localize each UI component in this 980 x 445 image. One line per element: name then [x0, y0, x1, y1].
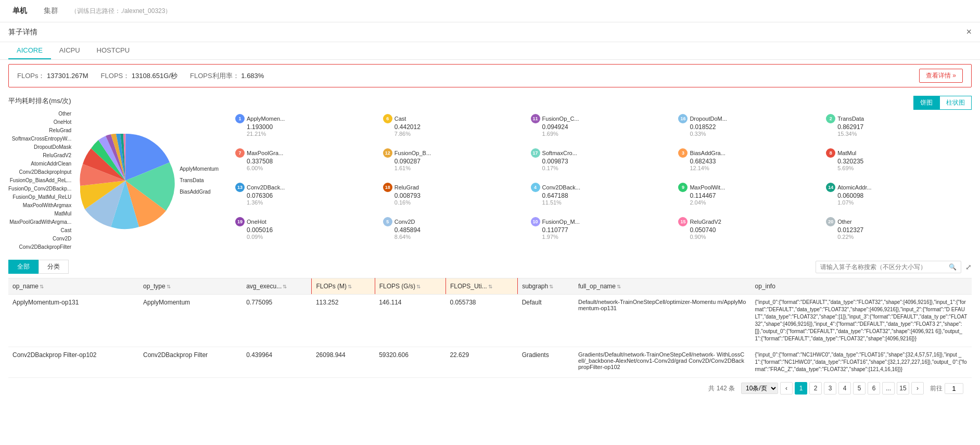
flops-util-value: 1.683%: [241, 72, 264, 80]
nav-cluster[interactable]: 集群: [40, 4, 62, 18]
expand-icon[interactable]: ⤢: [965, 263, 972, 271]
chart-container: Other OneHot ReluGrad SoftmaxCrossEntrop…: [8, 110, 972, 251]
cell-op-type: Conv2DBackprop Filter: [139, 347, 242, 378]
page-size-select[interactable]: 10条/页: [741, 383, 778, 394]
legend-item: 12 FusionOp_B... 0.090287 1.61%: [383, 148, 529, 179]
th-avg-execu[interactable]: avg_execu...⇅: [242, 278, 312, 295]
cell-op-info: {"input_0":{"format":"NC1HWC0","data_typ…: [750, 347, 972, 378]
pie-label-onehot: OneHot: [8, 118, 71, 126]
stats-left: FLOPs： 137301.267M FLOPS： 13108.651G/秒 F…: [17, 71, 264, 81]
page-btn-3[interactable]: 3: [824, 382, 836, 395]
total-count: 共 142 条: [708, 384, 735, 393]
cell-subgraph: Default: [518, 295, 574, 347]
cell-op-name: Conv2DBackprop Filter-op102: [8, 347, 139, 378]
legend-item: 6 Cast 0.442012 7.86%: [383, 114, 529, 144]
th-op-name[interactable]: op_name⇅: [8, 278, 139, 295]
pie-label-other: Other: [8, 110, 71, 118]
page-btn-1[interactable]: 1: [795, 382, 807, 395]
tab-aicpu[interactable]: AICPU: [51, 42, 88, 59]
pie-chart-svg: [73, 129, 177, 233]
tab-hostcpu[interactable]: HOSTCPU: [88, 42, 138, 59]
next-page-btn[interactable]: ›: [911, 382, 924, 395]
legend-item: 9 MaxPoolWit... 0.114467 2.04%: [678, 183, 824, 213]
cell-subgraph: Gradients: [518, 347, 574, 378]
pie-label-relugrad: ReluGrad: [8, 126, 71, 135]
nav-standalone[interactable]: 单机: [8, 4, 31, 18]
legend-item: 15 ReluGradV2 0.050740 0.90%: [678, 217, 824, 247]
cell-op-type: ApplyMomentum: [139, 295, 242, 347]
pie-label-conv2dbackpropinput: Conv2DBackpropInput: [8, 168, 71, 176]
th-full-op-name[interactable]: full_op_name⇅: [574, 278, 751, 295]
flops-util-stat: FLOPS利用率： 1.683%: [190, 71, 264, 81]
legend-item: 2 TransData 0.862917 15.34%: [826, 114, 972, 144]
tab-bar: AICORE AICPU HOSTCPU: [0, 42, 980, 60]
pie-label-maxpoolgradwith: MaxPoolGradWithArgma...: [8, 218, 71, 226]
filter-all[interactable]: 全部: [8, 260, 39, 274]
search-icon: 🔍: [949, 263, 957, 271]
page-btn-5[interactable]: 5: [853, 382, 866, 395]
page-btn-2[interactable]: 2: [809, 382, 822, 395]
chart-title: 平均耗时排名(ms/次): [8, 96, 71, 106]
search-box: 🔍: [816, 261, 961, 273]
cell-avg-execu: 0.439964: [242, 347, 312, 378]
cell-flops-util: 0.055738: [446, 295, 517, 347]
th-flops-util[interactable]: FLOPS_Uti...⇅: [446, 278, 517, 295]
cell-op-name: ApplyMomentum-op131: [8, 295, 139, 347]
legend-item: 13 Conv2DBack... 0.076306 1.36%: [235, 183, 381, 213]
pie-label-conv2d: Conv2D: [8, 235, 71, 243]
cell-flops-util: 22.629: [446, 347, 517, 378]
table-row: Conv2DBackprop Filter-op102 Conv2DBackpr…: [8, 347, 972, 378]
flops-m-label: FLOPs：: [17, 72, 45, 80]
th-flops-m[interactable]: FLOPs (M)⇅: [312, 278, 375, 295]
pie-label-atomicaddr: AtomicAddrClean: [8, 160, 71, 168]
prev-page-btn[interactable]: ‹: [780, 382, 793, 395]
pie-label-maxpoolwithargmax: MaxPoolWithArgmax: [8, 201, 71, 210]
page-btn-15[interactable]: 15: [897, 382, 909, 395]
cell-flops-gs: 59320.606: [375, 347, 446, 378]
legend-item: 14 AtomicAddr... 0.060098 1.07%: [826, 183, 972, 213]
panel-title: 算子详情: [8, 28, 37, 37]
th-op-info: op_info: [750, 278, 972, 295]
chart-header: 平均耗时排名(ms/次) 饼图 柱状图: [8, 96, 972, 110]
flops-m-stat: FLOPs： 137301.267M: [17, 71, 88, 81]
pie-label-applymomentum: ApplyMomentum: [180, 163, 219, 175]
flops-gs-label: FLOPS：: [101, 72, 130, 80]
pie-chart-area: Other OneHot ReluGrad SoftmaxCrossEntrop…: [8, 110, 227, 251]
page-btn-6[interactable]: 6: [868, 382, 880, 395]
tab-aicore[interactable]: AICORE: [8, 42, 51, 59]
legend-item: 1 ApplyMomen... 1.193000 21.21%: [235, 114, 381, 144]
pie-label-biasaddgrad: BiasAddGrad: [180, 186, 219, 198]
search-input[interactable]: [820, 263, 947, 271]
legend-item: 18 ReluGrad 0.008793 0.16%: [383, 183, 529, 213]
view-detail-button[interactable]: 查看详情 »: [919, 69, 963, 83]
pie-chart-toggle[interactable]: 饼图: [913, 96, 939, 110]
table-section: 全部 分类 🔍 ⤢ op_name⇅ op_type⇅ avg_execu...…: [0, 256, 980, 399]
data-table: op_name⇅ op_type⇅ avg_execu...⇅ FLOPs (M…: [8, 278, 972, 378]
th-flops-gs[interactable]: FLOPS (G/s)⇅: [375, 278, 446, 295]
filter-tabs: 全部 分类: [8, 260, 69, 274]
flops-m-value: 137301.267M: [47, 72, 88, 80]
legend-item: 8 MatMul 0.320235 5.69%: [826, 148, 972, 179]
chart-toggle-buttons: 饼图 柱状图: [913, 96, 972, 110]
cell-full-op-name[interactable]: Gradients/Default/network-TrainOneStepCe…: [574, 347, 751, 378]
nav-log-path: （训练日志路径：./alexnet_00323）: [71, 7, 171, 16]
pie-label-relugradv2: ReluGradV2: [8, 151, 71, 160]
cell-full-op-name[interactable]: Default/network-TrainOneStepCell/optimiz…: [574, 295, 751, 347]
cell-op-info: {"input_0":{"format":"DEFAULT","data_typ…: [750, 295, 972, 347]
table-header: op_name⇅ op_type⇅ avg_execu...⇅ FLOPs (M…: [8, 278, 972, 295]
legend-item: 17 SoftmaxCro... 0.009873 0.17%: [531, 148, 677, 179]
goto-input[interactable]: [945, 383, 963, 394]
filter-category[interactable]: 分类: [39, 260, 69, 274]
legend-item: 3 BiasAddGra... 0.682433 12.14%: [678, 148, 824, 179]
page-goto: 前往: [930, 383, 963, 394]
th-subgraph[interactable]: subgraph⇅: [518, 278, 574, 295]
page-btn-4[interactable]: 4: [838, 382, 851, 395]
pie-label-cast: Cast: [8, 226, 71, 235]
th-op-type[interactable]: op_type⇅: [139, 278, 242, 295]
pie-label-fusionconv2d: FusionOp_Conv2DBackp...: [8, 185, 71, 193]
pie-label-dropout: DropoutDoMask: [8, 143, 71, 151]
close-icon[interactable]: ×: [966, 27, 972, 37]
legend-item: 4 Conv2DBack... 0.647188 11.51%: [531, 183, 677, 213]
cell-flops-m: 113.252: [312, 295, 375, 347]
bar-chart-toggle[interactable]: 柱状图: [939, 96, 972, 110]
